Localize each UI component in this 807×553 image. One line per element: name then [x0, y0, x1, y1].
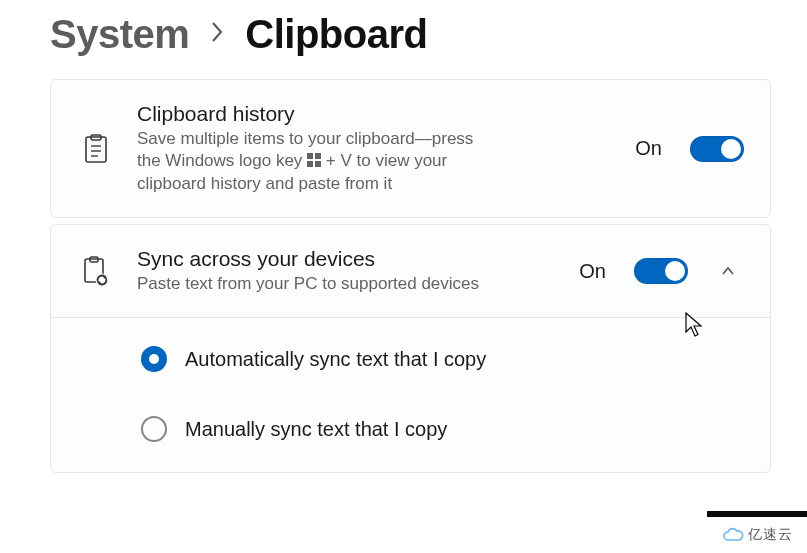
- radio-manual-label: Manually sync text that I copy: [185, 418, 447, 441]
- sync-devices-toggle[interactable]: [634, 258, 688, 284]
- clipboard-history-toggle[interactable]: [690, 136, 744, 162]
- collapse-button[interactable]: [712, 263, 744, 279]
- chevron-right-icon: [209, 19, 225, 51]
- chevron-up-icon: [720, 263, 736, 279]
- radio-auto-label: Automatically sync text that I copy: [185, 348, 486, 371]
- breadcrumb: System Clipboard: [50, 12, 771, 57]
- clipboard-history-state: On: [635, 137, 662, 160]
- clipboard-icon: [79, 134, 113, 164]
- page-title: Clipboard: [245, 12, 427, 57]
- sync-devices-title: Sync across your devices: [137, 247, 555, 271]
- watermark-text: 亿速云: [748, 526, 793, 544]
- svg-rect-5: [307, 153, 313, 159]
- svg-rect-7: [307, 161, 313, 167]
- radio-auto[interactable]: [141, 346, 167, 372]
- cloud-icon: [722, 526, 744, 545]
- clipboard-history-card: Clipboard history Save multiple items to…: [50, 79, 771, 218]
- windows-logo-icon: [307, 151, 321, 173]
- sync-devices-description: Paste text from your PC to supported dev…: [137, 273, 497, 295]
- watermark: 亿速云: [707, 511, 807, 553]
- clipboard-history-description: Save multiple items to your clipboard—pr…: [137, 128, 497, 195]
- sync-devices-card: Sync across your devices Paste text from…: [50, 224, 771, 473]
- radio-manual[interactable]: [141, 416, 167, 442]
- sync-options-panel: Automatically sync text that I copy Manu…: [51, 317, 770, 472]
- sync-option-manual[interactable]: Manually sync text that I copy: [141, 416, 744, 442]
- sync-devices-state: On: [579, 260, 606, 283]
- clipboard-history-title: Clipboard history: [137, 102, 611, 126]
- breadcrumb-system[interactable]: System: [50, 12, 189, 57]
- sync-option-auto[interactable]: Automatically sync text that I copy: [141, 346, 744, 372]
- clipboard-sync-icon: [79, 256, 113, 286]
